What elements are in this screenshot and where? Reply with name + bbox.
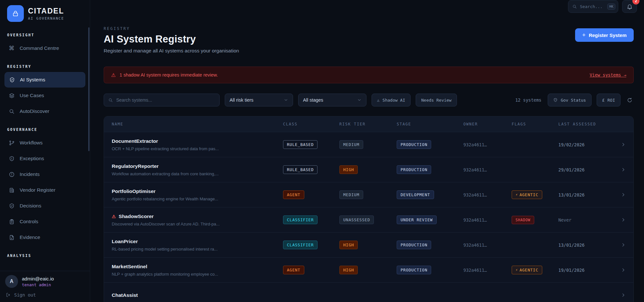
column-stage: STAGE (397, 122, 463, 126)
table-body: DocumentExtractor OCR + NLP pipeline ext… (104, 132, 633, 302)
table-row-loanpricer[interactable]: LoanPricer RL-based pricing model settin… (104, 232, 633, 257)
sidebar-item-ai-systems[interactable]: AI Systems (5, 72, 85, 87)
topbar: Search... ⌘K 2 (90, 0, 644, 13)
search-icon (572, 4, 577, 9)
sidebar-section-analysis: ANALYSIS (7, 253, 85, 258)
global-search-placeholder: Search... (580, 4, 602, 9)
sidebar-item-incidents[interactable]: Incidents (5, 167, 85, 182)
owner-id: 932a4611… (463, 142, 512, 147)
column-name: NAME (112, 122, 283, 126)
brand: CITADEL AI GOVERNANCE (0, 0, 90, 25)
sidebar-item-command-centre[interactable]: ⌘ Command Centre (5, 41, 85, 56)
search-icon (108, 98, 113, 103)
global-search[interactable]: Search... ⌘K (568, 0, 618, 13)
filter-bar: All risk tiers All stages ⚠ Shadow AI (104, 94, 634, 106)
plus-icon: + (582, 32, 586, 38)
system-description: Agentic portfolio rebalancing engine for… (112, 197, 277, 201)
agentic-flag-badge: ⚡AGENTIC (512, 190, 542, 199)
table-row-portfoliooptimiser[interactable]: PortfolioOptimiser Agentic portfolio reb… (104, 182, 633, 207)
class-badge: CLASSIFIER (283, 241, 317, 249)
table-row-documentextractor[interactable]: DocumentExtractor OCR + NLP pipeline ext… (104, 132, 633, 157)
last-assessed-date: 19/01/2026 (558, 268, 612, 273)
shortcut-chip: ⌘K (607, 4, 615, 10)
column-class: CLASS (283, 122, 339, 126)
sidebar-item-autodiscover[interactable]: AutoDiscover (5, 104, 85, 119)
sidebar-item-evidence[interactable]: Evidence (5, 230, 85, 245)
user-role: tenant admin (22, 282, 54, 287)
command-icon: ⌘ (8, 45, 15, 51)
owner-id: 932a4611… (463, 243, 512, 248)
risk-tier-badge: MEDIUM (339, 190, 363, 199)
page-title: AI System Registry (104, 33, 239, 45)
table-row-shadowscorer[interactable]: ⚠ShadowScorer Discovered via AutoDiscove… (104, 207, 633, 232)
system-name: RegulatoryReporter (112, 163, 277, 169)
chevron-right-icon (621, 142, 626, 147)
systems-search-field[interactable] (104, 94, 220, 106)
table-row-chatassist[interactable]: ChatAssist (104, 282, 633, 302)
systems-table: NAME CLASS RISK TIER STAGE OWNER FLAGS L… (104, 116, 634, 302)
owner-id: 932a4611… (463, 192, 512, 197)
risk-tier-badge: MEDIUM (339, 140, 363, 149)
stage-badge: UNDER REVIEW (397, 215, 437, 224)
bell-icon (627, 4, 633, 10)
risk-tier-badge: HIGH (339, 241, 358, 249)
sidebar-scrollbar[interactable] (88, 27, 90, 151)
sidebar-item-label: Use Cases (20, 93, 44, 98)
sidebar-item-workflows[interactable]: Workflows (5, 135, 85, 151)
brand-name: CITADEL (28, 7, 64, 15)
pound-icon: £ (602, 98, 605, 103)
gov-status-button[interactable]: Gov Status (548, 94, 591, 106)
class-badge: RULE_BASED (283, 140, 317, 149)
chevron-right-icon (621, 217, 626, 222)
shield-check-icon (9, 77, 15, 83)
column-last-assessed: LAST ASSESSED (558, 122, 612, 126)
sidebar-item-label: Exceptions (20, 156, 44, 161)
refresh-icon (627, 97, 632, 103)
chevron-right-icon (621, 293, 626, 297)
sidebar-item-decisions[interactable]: Decisions (5, 198, 85, 214)
last-assessed-date: 29/01/2026 (558, 167, 612, 172)
shield-alert-icon (8, 155, 15, 162)
stage-badge: PRODUCTION (397, 241, 431, 249)
risk-tier-badge: HIGH (339, 165, 358, 174)
roi-button[interactable]: £ ROI (597, 94, 620, 106)
systems-search-input[interactable] (116, 97, 215, 103)
shield-check-icon (8, 203, 15, 209)
system-description: Discovered via AutoDiscover scan of Azur… (112, 222, 277, 226)
citadel-lock-icon (7, 5, 24, 22)
system-name: LoanPricer (112, 239, 277, 244)
shadow-ai-filter-button[interactable]: ⚠ Shadow AI (372, 94, 411, 106)
sign-out-button[interactable]: Sign out (6, 292, 85, 297)
system-name: ChatAssist (112, 292, 277, 298)
lightning-icon: ⚡ (516, 268, 518, 272)
system-name: MarketSentinel (112, 264, 277, 270)
sidebar-item-vendor-register[interactable]: Vendor Register (5, 182, 85, 198)
shadow-ai-alert-banner: ⚠ 1 shadow AI system requires immediate … (104, 67, 634, 83)
risk-tier-select[interactable]: All risk tiers (225, 94, 293, 106)
table-row-regulatoryreporter[interactable]: RegulatoryReporter Workflow automation e… (104, 157, 633, 182)
sidebar-item-label: Evidence (20, 234, 40, 240)
workflow-icon (8, 140, 15, 146)
system-name: PortfolioOptimiser (112, 188, 277, 194)
systems-count: 12 systems (515, 97, 541, 103)
view-systems-link[interactable]: View systems → (590, 72, 626, 78)
sidebar-section-governance: GOVERNANCE (7, 127, 85, 132)
refresh-button[interactable] (626, 96, 634, 104)
stage-select[interactable]: All stages (298, 94, 366, 106)
system-description: Workflow automation extracting data from… (112, 171, 277, 176)
clipboard-icon (8, 218, 15, 225)
chevron-right-icon (621, 167, 626, 172)
sidebar-item-controls[interactable]: Controls (5, 214, 85, 229)
shield-icon (553, 98, 558, 102)
sidebar-item-exceptions[interactable]: Exceptions (5, 151, 85, 166)
table-row-marketsentinel[interactable]: MarketSentinel NLP + graph analytics pla… (104, 257, 633, 282)
warning-triangle-icon: ⚠ (111, 72, 116, 78)
class-badge: AGENT (283, 190, 304, 199)
sidebar-item-use-cases[interactable]: Use Cases (5, 88, 85, 103)
risk-tier-badge: UNASSESSED (339, 215, 374, 224)
register-system-button[interactable]: + Register System (575, 28, 634, 42)
agentic-flag-badge: ⚡AGENTIC (512, 266, 542, 274)
needs-review-filter-button[interactable]: Needs Review (416, 94, 457, 106)
chevron-right-icon (621, 243, 626, 247)
chevron-down-icon (357, 98, 362, 102)
